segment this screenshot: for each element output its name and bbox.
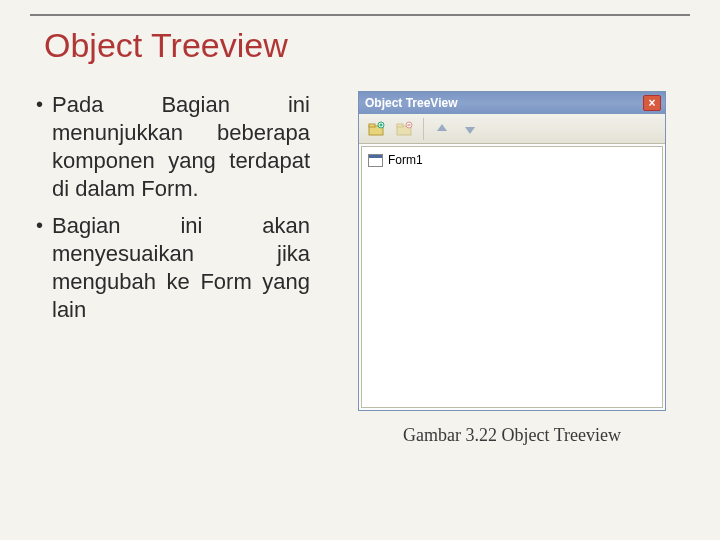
arrow-down-icon (463, 122, 477, 136)
move-up-button[interactable] (430, 118, 454, 140)
arrow-up-icon (435, 122, 449, 136)
svg-rect-6 (397, 124, 403, 127)
horizontal-rule (30, 14, 690, 16)
panel-title: Object TreeView (365, 96, 643, 110)
new-folder-icon (368, 121, 386, 137)
svg-marker-9 (437, 124, 447, 131)
delete-folder-icon (396, 121, 414, 137)
bullet-text: Pada Bagian ini menunjukkan beberapa kom… (52, 91, 310, 204)
close-icon: × (648, 96, 655, 110)
tree-item-label: Form1 (388, 153, 423, 167)
bullet-dot: • (36, 212, 52, 325)
bullet-item: • Bagian ini akan menyesuaikan jika meng… (36, 212, 310, 325)
content-columns: • Pada Bagian ini menunjukkan beberapa k… (0, 91, 720, 446)
figure-column: Object TreeView × (340, 91, 684, 446)
top-spacer (0, 0, 720, 14)
bullet-item: • Pada Bagian ini menunjukkan beberapa k… (36, 91, 310, 204)
toolbar-separator (423, 118, 424, 140)
bullet-text: Bagian ini akan menyesuaikan jika mengub… (52, 212, 310, 325)
page-title: Object Treeview (44, 26, 720, 65)
svg-rect-1 (369, 124, 375, 127)
panel-toolbar (359, 114, 665, 144)
svg-marker-10 (465, 127, 475, 134)
figure-caption: Gambar 3.22 Object Treeview (340, 425, 684, 446)
tree-item-form1[interactable]: Form1 (368, 153, 656, 167)
object-treeview-panel: Object TreeView × (358, 91, 666, 411)
bullet-dot: • (36, 91, 52, 204)
move-down-button[interactable] (458, 118, 482, 140)
form-icon (368, 154, 383, 167)
text-column: • Pada Bagian ini menunjukkan beberapa k… (36, 91, 310, 446)
panel-titlebar[interactable]: Object TreeView × (359, 92, 665, 114)
close-button[interactable]: × (643, 95, 661, 111)
delete-node-button[interactable] (393, 118, 417, 140)
new-node-button[interactable] (365, 118, 389, 140)
tree-area[interactable]: Form1 (361, 146, 663, 408)
